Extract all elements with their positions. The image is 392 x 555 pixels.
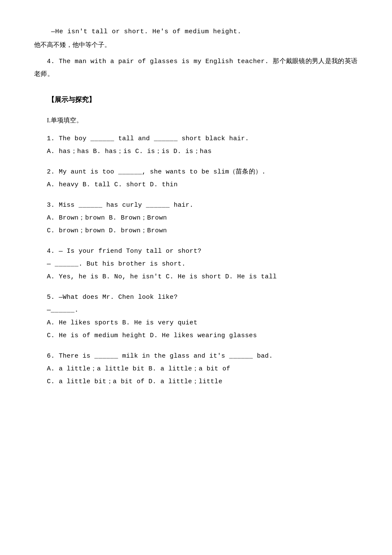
question-5-options-a-b: A. He likes sports B. He is very quiet bbox=[34, 317, 358, 330]
question-5-text: 5. —What does Mr. Chen look like? bbox=[34, 291, 358, 304]
question-1-options: A. has；has B. has；is C. is；is D. is；has bbox=[34, 145, 358, 158]
question-3-text: 3. Miss ______ has curly ______ hair. bbox=[34, 199, 358, 212]
question-5-subtext: —______. bbox=[34, 304, 358, 317]
intro-line-cn: 他不高不矮，他中等个子。 bbox=[34, 38, 358, 51]
question-5-options-c-d: C. He is of medium height D. He likes we… bbox=[34, 330, 358, 342]
question-1: 1. The boy ______ tall and ______ short … bbox=[34, 133, 358, 158]
intro-line-en: —He isn't tall or short. He's of medium … bbox=[51, 26, 358, 38]
question-4: 4. — Is your friend Tony tall or short? … bbox=[34, 245, 358, 283]
question-2-text: 2. My aunt is too ______, she wants to b… bbox=[34, 166, 358, 179]
section-header: 【展示与探究】 bbox=[34, 94, 358, 106]
subsection-title: I.单项填空。 bbox=[34, 115, 358, 126]
sentence-4: 4. The man with a pair of glasses is my … bbox=[34, 55, 358, 81]
question-6: 6. There is ______ milk in the glass and… bbox=[34, 350, 358, 388]
question-4-text: 4. — Is your friend Tony tall or short? bbox=[34, 245, 358, 258]
question-2: 2. My aunt is too ______, she wants to b… bbox=[34, 166, 358, 191]
question-6-options-c-d: C. a little bit；a bit of D. a little；lit… bbox=[34, 376, 358, 388]
intro-section: —He isn't tall or short. He's of medium … bbox=[34, 26, 358, 81]
question-2-options: A. heavy B. tall C. short D. thin bbox=[34, 179, 358, 191]
sentence-4-en: 4. The man with a pair of glasses is my … bbox=[34, 55, 358, 81]
question-3-options-c-d: C. brown；brown D. brown；Brown bbox=[34, 225, 358, 237]
question-4-options: A. Yes, he is B. No, he isn't C. He is s… bbox=[34, 271, 358, 283]
question-5: 5. —What does Mr. Chen look like? —_____… bbox=[34, 291, 358, 342]
question-6-options-a-b: A. a little；a little bit B. a little；a b… bbox=[34, 363, 358, 376]
question-3: 3. Miss ______ has curly ______ hair. A.… bbox=[34, 199, 358, 237]
page-content: —He isn't tall or short. He's of medium … bbox=[34, 26, 358, 388]
question-1-text: 1. The boy ______ tall and ______ short … bbox=[34, 133, 358, 145]
question-3-options-a-b: A. Brown；brown B. Brown；Brown bbox=[34, 212, 358, 225]
question-6-text: 6. There is ______ milk in the glass and… bbox=[34, 350, 358, 363]
sentence-dialogue: —He isn't tall or short. He's of medium … bbox=[34, 26, 358, 51]
question-4-subtext: — ______. But his brother is short. bbox=[34, 258, 358, 271]
